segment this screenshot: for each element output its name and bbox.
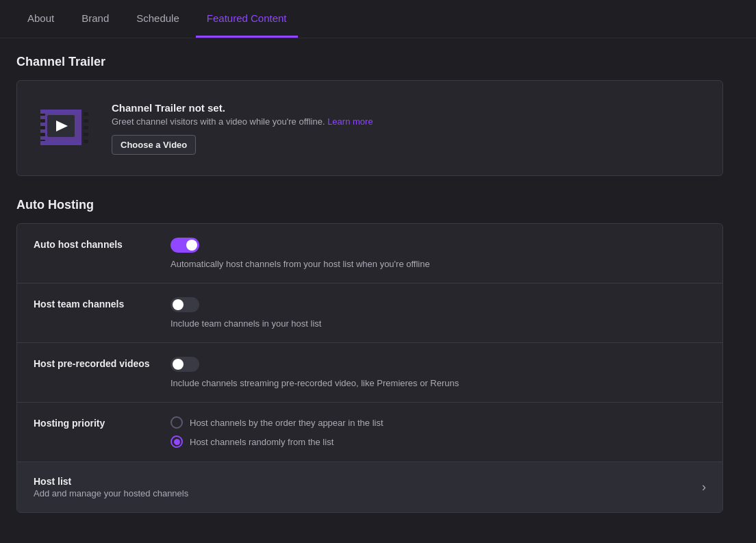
host-team-channels-row: Host team channels Include team channels… <box>17 283 722 343</box>
hosting-priority-label: Hosting priority <box>34 416 171 429</box>
host-pre-recorded-toggle[interactable] <box>171 357 199 372</box>
channel-trailer-card: Channel Trailer not set. Greet channel v… <box>16 80 723 176</box>
radio-random[interactable]: Host channels randomly from the list <box>171 435 706 448</box>
learn-more-link[interactable]: Learn more <box>327 116 373 127</box>
channel-trailer-desc-text: Greet channel visitors with a video whil… <box>112 116 325 127</box>
svg-rect-11 <box>84 133 88 136</box>
svg-rect-6 <box>40 133 45 136</box>
nav-featured-content[interactable]: Featured Content <box>196 0 298 38</box>
channel-trailer-content: Channel Trailer not set. Greet channel v… <box>112 102 706 155</box>
radio-inner-random <box>174 439 180 445</box>
navigation: About Brand Schedule Featured Content <box>0 0 756 38</box>
toggle-knob <box>173 299 184 310</box>
trailer-icon <box>34 97 95 159</box>
auto-host-channels-row: Auto host channels Automatically host ch… <box>17 224 722 283</box>
host-list-info: Host list Add and manage your hosted cha… <box>34 476 694 498</box>
auto-hosting-title: Auto Hosting <box>16 198 723 212</box>
host-pre-recorded-content: Include channels streaming pre-recorded … <box>171 357 706 388</box>
svg-rect-12 <box>84 140 88 143</box>
auto-host-channels-toggle[interactable] <box>171 238 199 253</box>
chevron-right-icon: › <box>702 480 706 494</box>
hosting-priority-radio-group: Host channels by the order they appear i… <box>171 416 706 448</box>
channel-trailer-section: Channel Trailer <box>16 55 723 176</box>
nav-about[interactable]: About <box>16 0 65 38</box>
svg-rect-13 <box>40 141 81 145</box>
radio-order-label: Host channels by the order they appear i… <box>190 418 383 428</box>
svg-rect-8 <box>84 112 88 116</box>
host-list-title: Host list <box>34 476 694 487</box>
nav-schedule[interactable]: Schedule <box>125 0 190 38</box>
host-pre-recorded-label: Host pre-recorded videos <box>34 357 171 369</box>
svg-rect-10 <box>84 126 88 129</box>
channel-trailer-title: Channel Trailer <box>16 55 723 69</box>
host-team-channels-label: Host team channels <box>34 297 171 310</box>
auto-host-channels-content: Automatically host channels from your ho… <box>171 238 706 269</box>
host-team-channels-content: Include team channels in your host list <box>171 297 706 329</box>
auto-host-channels-desc: Automatically host channels from your ho… <box>171 259 706 269</box>
svg-rect-5 <box>40 126 45 129</box>
host-team-channels-desc: Include team channels in your host list <box>171 318 706 329</box>
auto-host-channels-label: Auto host channels <box>34 238 171 250</box>
auto-hosting-section: Auto Hosting Auto host channels Automati… <box>16 198 723 513</box>
hosting-priority-row: Hosting priority Host channels by the or… <box>17 403 722 462</box>
toggle-knob <box>173 359 184 370</box>
host-pre-recorded-row: Host pre-recorded videos Include channel… <box>17 343 722 403</box>
main-content: Channel Trailer <box>0 38 740 540</box>
radio-random-label: Host channels randomly from the list <box>190 437 333 447</box>
host-pre-recorded-desc: Include channels streaming pre-recorded … <box>171 378 706 388</box>
host-team-channels-toggle[interactable] <box>171 297 199 312</box>
choose-video-button[interactable]: Choose a Video <box>112 135 196 155</box>
svg-rect-9 <box>84 119 88 123</box>
hosting-priority-content: Host channels by the order they appear i… <box>171 416 706 448</box>
svg-rect-4 <box>40 119 45 123</box>
host-list-row[interactable]: Host list Add and manage your hosted cha… <box>17 462 722 512</box>
radio-order[interactable]: Host channels by the order they appear i… <box>171 416 706 429</box>
auto-hosting-table: Auto host channels Automatically host ch… <box>16 223 723 513</box>
svg-rect-14 <box>40 110 81 114</box>
radio-circle-random <box>171 435 183 448</box>
nav-brand[interactable]: Brand <box>71 0 120 38</box>
toggle-knob <box>186 240 197 251</box>
channel-trailer-card-desc: Greet channel visitors with a video whil… <box>112 116 706 127</box>
host-list-desc: Add and manage your hosted channels <box>34 488 694 498</box>
radio-circle-order <box>171 416 183 429</box>
channel-trailer-card-title: Channel Trailer not set. <box>112 102 706 114</box>
